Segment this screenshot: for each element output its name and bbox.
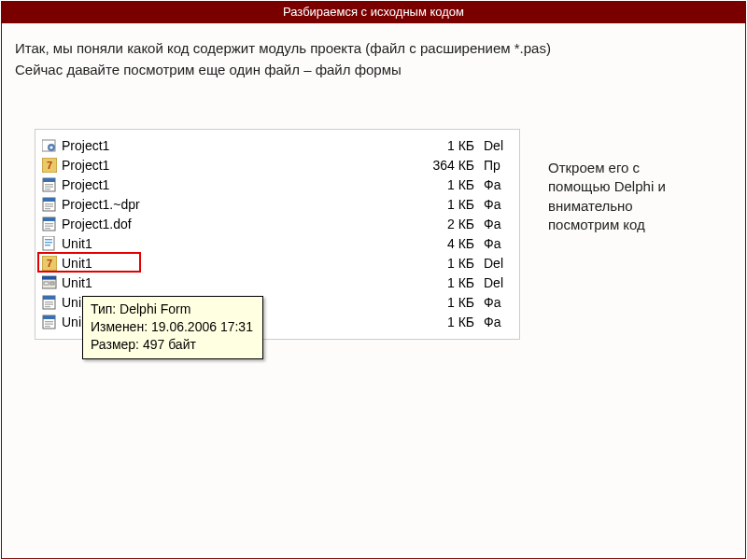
intro-paragraph-2: Сейчас давайте посмотрим еще один файл –… bbox=[15, 62, 732, 77]
tooltip-modified: Изменен: 19.06.2006 17:31 bbox=[91, 318, 253, 336]
tooltip-size: Размер: 497 байт bbox=[91, 336, 253, 354]
file-name: Unit1 bbox=[62, 275, 418, 290]
winfile-icon bbox=[41, 315, 58, 329]
file-row[interactable]: Unit11 КБDel bbox=[35, 253, 519, 273]
side-description: Откроем его с помощью Delphi и вниматель… bbox=[548, 159, 702, 340]
file-size: 2 КБ bbox=[418, 217, 484, 231]
file-list-panel: Project11 КБDelProject1364 КБПрProject11… bbox=[35, 129, 520, 340]
file-name: Project1.dof bbox=[62, 217, 418, 231]
tooltip-type: Тип: Delphi Form bbox=[91, 301, 253, 318]
file-type: Del bbox=[484, 256, 519, 271]
file-type: Пр bbox=[484, 158, 519, 173]
file-size: 364 КБ bbox=[418, 158, 484, 173]
delphi7-icon bbox=[41, 256, 58, 271]
file-size: 1 КБ bbox=[418, 256, 484, 271]
file-type: Фа bbox=[484, 197, 519, 212]
file-name: Unit1 bbox=[62, 256, 418, 271]
winfile-icon bbox=[41, 197, 58, 212]
file-size: 1 КБ bbox=[418, 315, 484, 329]
pasfile-icon bbox=[41, 236, 58, 251]
formwin-icon bbox=[41, 275, 58, 290]
file-type: Фа bbox=[484, 295, 519, 310]
file-tooltip: Тип: Delphi Form Изменен: 19.06.2006 17:… bbox=[82, 296, 263, 359]
file-type: Del bbox=[484, 138, 519, 153]
file-name: Project1 bbox=[62, 177, 418, 192]
file-type: Фа bbox=[484, 315, 519, 329]
file-size: 1 КБ bbox=[418, 295, 484, 310]
winfile-icon bbox=[41, 177, 58, 192]
intro-paragraph-1: Итак, мы поняли какой код содержит модул… bbox=[15, 40, 732, 56]
file-size: 4 КБ bbox=[418, 236, 484, 251]
file-type: Del bbox=[484, 275, 519, 290]
file-name: Project1 bbox=[62, 158, 418, 173]
file-row[interactable]: Project1364 КБПр bbox=[35, 155, 519, 175]
file-type: Фа bbox=[484, 217, 519, 231]
file-name: Unit1 bbox=[62, 236, 418, 251]
file-size: 1 КБ bbox=[418, 138, 484, 153]
file-type: Фа bbox=[484, 236, 519, 251]
file-row[interactable]: Project1.dof2 КБФа bbox=[35, 214, 519, 233]
winfile-icon bbox=[41, 217, 58, 231]
file-row[interactable]: Unit11 КБDel bbox=[35, 273, 519, 292]
file-name: Project1.~dpr bbox=[62, 197, 418, 212]
winfile-icon bbox=[41, 295, 58, 310]
file-row[interactable]: Project1.~dpr1 КБФа bbox=[35, 194, 519, 214]
file-type: Фа bbox=[484, 177, 519, 192]
delphi7-icon bbox=[41, 158, 58, 173]
page-title: Разбираемся с исходным кодом bbox=[2, 2, 745, 23]
file-row[interactable]: Project11 КБФа bbox=[35, 175, 519, 194]
file-size: 1 КБ bbox=[418, 275, 484, 290]
file-row[interactable]: Unit14 КБФа bbox=[35, 233, 519, 253]
file-name: Project1 bbox=[62, 138, 418, 153]
file-size: 1 КБ bbox=[418, 177, 484, 192]
gear-icon bbox=[41, 138, 58, 153]
file-size: 1 КБ bbox=[418, 197, 484, 212]
file-row[interactable]: Project11 КБDel bbox=[35, 135, 519, 155]
